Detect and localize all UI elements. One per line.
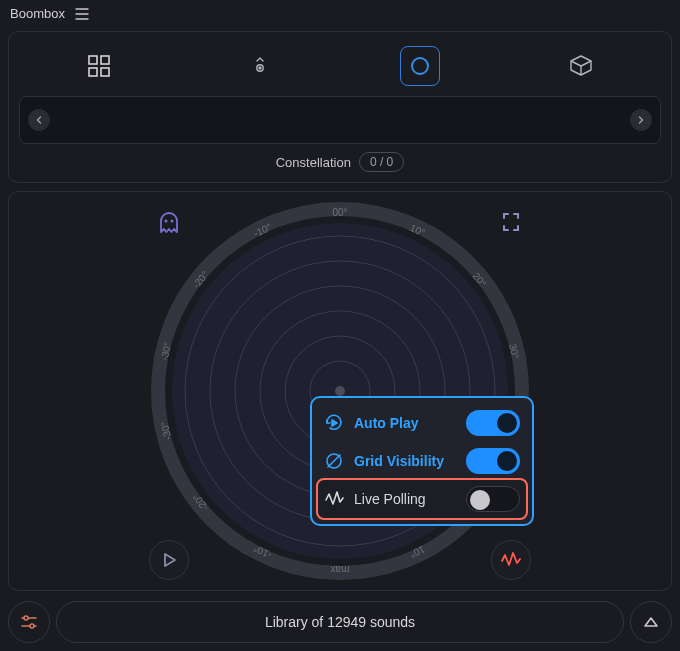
popup-row-livepolling: Live Polling [318, 480, 526, 518]
fullscreen-button[interactable] [491, 202, 531, 242]
app-title: Boombox [10, 6, 65, 21]
tab-grid[interactable] [79, 46, 119, 86]
grid-visibility-label: Grid Visibility [354, 453, 456, 469]
popup-row-autoplay: Auto Play [318, 404, 526, 442]
view-tabs [19, 42, 661, 90]
svg-rect-5 [89, 68, 97, 76]
live-polling-icon [324, 489, 344, 509]
svg-point-24 [24, 616, 28, 620]
constellation-row: Constellation 0 / 0 [19, 144, 661, 176]
tab-cube[interactable] [561, 46, 601, 86]
svg-rect-3 [89, 56, 97, 64]
carousel-prev-button[interactable] [28, 109, 50, 131]
svg-point-19 [165, 220, 168, 223]
library-text: Library of 12949 sounds [265, 614, 415, 630]
svg-rect-4 [101, 56, 109, 64]
live-polling-label: Live Polling [354, 491, 456, 507]
collapse-button[interactable] [630, 601, 672, 643]
waveform-button[interactable] [491, 540, 531, 580]
grid-visibility-icon [324, 451, 344, 471]
constellation-label: Constellation [276, 155, 351, 170]
constellation-count-badge: 0 / 0 [359, 152, 404, 172]
svg-rect-6 [101, 68, 109, 76]
carousel-strip [19, 96, 661, 144]
tab-ring[interactable] [400, 46, 440, 86]
svg-point-26 [30, 624, 34, 628]
top-panel: Constellation 0 / 0 [8, 31, 672, 183]
play-button[interactable] [149, 540, 189, 580]
svg-point-18 [335, 386, 345, 396]
filters-button[interactable] [8, 601, 50, 643]
radar-panel: 00°10°20°30°30°20°10°max-10°-20°-30°-30°… [8, 191, 672, 591]
radar-tick-label: 00° [332, 207, 347, 218]
autoplay-toggle[interactable] [466, 410, 520, 436]
svg-point-8 [259, 67, 261, 69]
hamburger-icon[interactable] [75, 8, 89, 20]
ghost-mode-button[interactable] [149, 202, 189, 242]
bottom-bar: Library of 12949 sounds [0, 593, 680, 651]
autoplay-label: Auto Play [354, 415, 456, 431]
settings-popup: Auto Play Grid Visibility Live Polling [310, 396, 534, 526]
radar-tick-label: max [331, 564, 350, 575]
carousel-next-button[interactable] [630, 109, 652, 131]
svg-point-9 [412, 58, 428, 74]
tab-target[interactable] [240, 46, 280, 86]
svg-line-22 [328, 455, 340, 467]
autoplay-icon [324, 413, 344, 433]
popup-row-grid: Grid Visibility [318, 442, 526, 480]
grid-visibility-toggle[interactable] [466, 448, 520, 474]
live-polling-toggle[interactable] [466, 486, 520, 512]
radar-tick-label: 30° [507, 343, 521, 360]
titlebar: Boombox [0, 0, 680, 27]
library-button[interactable]: Library of 12949 sounds [56, 601, 624, 643]
svg-point-20 [171, 220, 174, 223]
